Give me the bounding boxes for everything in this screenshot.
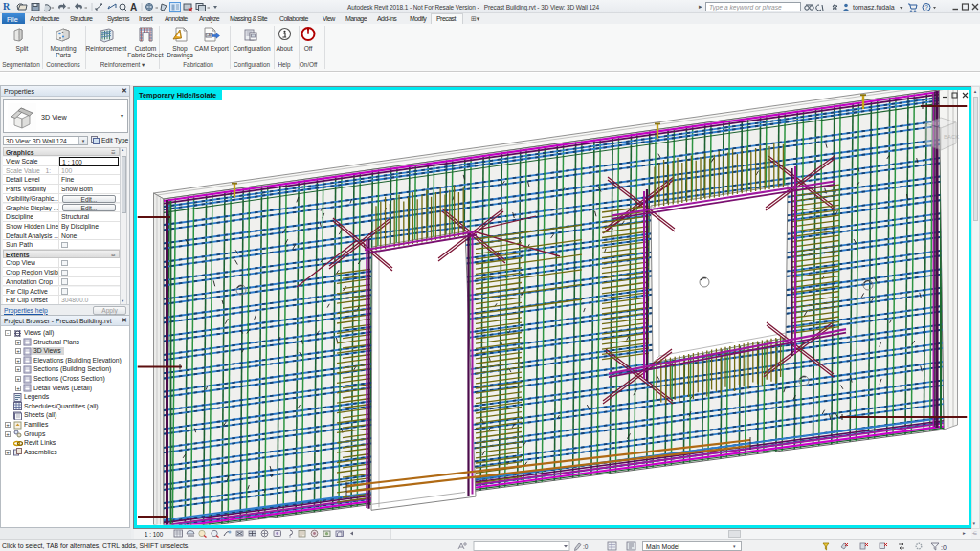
svg-text:A: A: [130, 2, 137, 12]
svg-text::0: :0: [941, 544, 947, 551]
svg-text::0: :0: [583, 543, 589, 550]
svg-text:?: ?: [924, 4, 928, 11]
svg-text:BACK: BACK: [944, 134, 959, 140]
svg-text:tomasz.fudala: tomasz.fudala: [853, 4, 895, 11]
